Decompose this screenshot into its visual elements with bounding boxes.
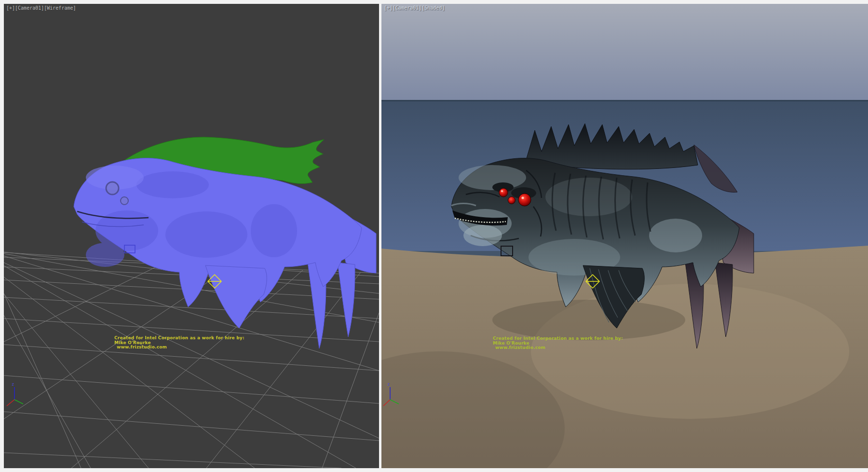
viewport-stage: z [+][Camera01][Wireframe] Created for I… — [0, 0, 868, 472]
red-eye-3 — [518, 194, 531, 206]
sky-upper — [381, 4, 868, 100]
red-eye-1 — [499, 188, 508, 197]
axis-z-label: z — [12, 382, 14, 387]
horizon-line — [381, 100, 868, 101]
chin-highlight — [463, 225, 502, 246]
credit-text-shaded: Created for Intel Corporation as a work … — [493, 336, 623, 350]
fish-eye-large — [106, 182, 119, 194]
viewport-label-wireframe[interactable]: [+][Camera01][Wireframe] — [6, 5, 76, 11]
viewport-shaded: z [+][Camera01][Shaded] Created for Inte… — [381, 4, 868, 468]
credit-line-3: www.frizstudio.com — [117, 345, 244, 350]
shaded-canvas[interactable]: z — [381, 4, 868, 468]
eye-specular-3 — [522, 197, 524, 199]
viewport-wireframe: z [+][Camera01][Wireframe] Created for I… — [4, 4, 379, 468]
viewport-label-shaded[interactable]: [+][Camera01][Shaded] — [384, 5, 445, 11]
wireframe-canvas[interactable]: z — [4, 4, 379, 468]
axis-z-label: z — [387, 382, 390, 387]
eye-specular-1 — [501, 190, 503, 192]
fish-eye-small — [121, 197, 128, 205]
credit-line-3: www.frizstudio.com — [495, 346, 623, 350]
red-eye-2 — [508, 197, 515, 204]
fish-ground-shadow — [492, 300, 685, 340]
credit-text-wireframe: Created for Intel Corporation as a work … — [114, 336, 244, 350]
